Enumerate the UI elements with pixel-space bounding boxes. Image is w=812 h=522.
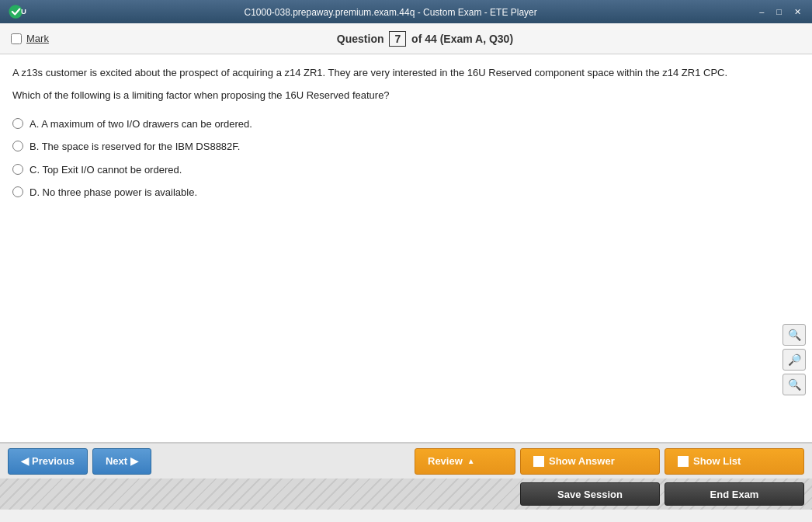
options-container: A. A maximum of two I/O drawers can be o…: [12, 117, 800, 200]
show-list-icon: [678, 456, 689, 467]
maximize-button[interactable]: □: [772, 5, 786, 18]
header-bar: Mark Question 7 of 44 (Exam A, Q30): [0, 23, 812, 54]
close-button[interactable]: ✕: [789, 5, 806, 19]
question-label: Question: [337, 33, 384, 45]
option-b[interactable]: B. The space is reserved for the IBM DS8…: [12, 139, 800, 155]
window-title: C1000-038.prepaway.premium.exam.44q - Cu…: [26, 6, 755, 18]
review-button[interactable]: Review ▲: [415, 448, 515, 475]
option-text-b: B. The space is reserved for the IBM DS8…: [29, 139, 240, 155]
search-tool-button[interactable]: 🔍: [783, 324, 806, 346]
next-arrow-icon: ▶: [130, 455, 138, 467]
radio-option-c[interactable]: [12, 164, 23, 175]
previous-button[interactable]: ◀ Previous: [8, 448, 88, 475]
show-list-label: Show List: [693, 455, 741, 467]
mark-checkbox-input[interactable]: [11, 33, 22, 44]
save-session-button[interactable]: Save Session: [520, 482, 660, 506]
window-title-text: C1000-038.prepaway.premium.exam.44q - Cu…: [244, 7, 536, 18]
titlebar-left: UMINGO: [6, 2, 26, 22]
option-c[interactable]: C. Top Exit I/O cannot be ordered.: [12, 162, 800, 178]
question-number-box: 7: [389, 31, 406, 47]
show-list-button[interactable]: Show List: [665, 448, 804, 475]
next-button[interactable]: Next ▶: [92, 448, 151, 475]
previous-arrow-icon: ◀: [21, 455, 29, 467]
bottom-nav: ◀ Previous Next ▶ Review ▲ Show Answer S…: [0, 443, 812, 478]
option-d[interactable]: D. No three phase power is available.: [12, 185, 800, 200]
radio-option-a[interactable]: [12, 118, 23, 129]
show-answer-label: Show Answer: [549, 455, 615, 467]
mark-label: Mark: [26, 33, 49, 44]
review-arrow-icon: ▲: [467, 457, 475, 465]
zoom-in-button[interactable]: 🔎: [783, 349, 806, 371]
show-answer-icon: [533, 456, 544, 467]
option-text-d: D. No three phase power is available.: [29, 185, 197, 200]
side-tools: 🔍 🔎 🔍: [783, 324, 806, 395]
svg-text:UMINGO: UMINGO: [21, 7, 26, 16]
question-of-info: of 44 (Exam A, Q30): [411, 33, 513, 45]
question-text-1: A z13s customer is excited about the pro…: [12, 65, 800, 82]
bottom-action-bar: Save Session End Exam: [0, 478, 812, 510]
main-content: A z13s customer is excited about the pro…: [0, 54, 812, 443]
zoom-out-button[interactable]: 🔍: [783, 374, 806, 395]
review-label: Review: [428, 455, 463, 467]
svg-point-0: [9, 5, 22, 18]
radio-option-b[interactable]: [12, 141, 23, 151]
save-session-label: Save Session: [557, 489, 623, 500]
option-a[interactable]: A. A maximum of two I/O drawers can be o…: [12, 117, 800, 132]
option-text-c: C. Top Exit I/O cannot be ordered.: [29, 162, 182, 178]
end-exam-label: End Exam: [710, 489, 759, 500]
question-text-2: Which of the following is a limiting fac…: [12, 88, 800, 104]
option-text-a: A. A maximum of two I/O drawers can be o…: [29, 117, 252, 132]
end-exam-button[interactable]: End Exam: [665, 482, 804, 506]
mark-checkbox-label[interactable]: Mark: [11, 33, 49, 44]
next-label: Next: [106, 455, 127, 467]
titlebar-controls: – □ ✕: [755, 5, 806, 19]
app-logo: UMINGO: [6, 2, 26, 22]
show-answer-button[interactable]: Show Answer: [520, 448, 660, 475]
radio-option-d[interactable]: [12, 186, 23, 197]
titlebar: UMINGO C1000-038.prepaway.premium.exam.4…: [0, 0, 812, 23]
question-info: Question 7 of 44 (Exam A, Q30): [49, 31, 801, 47]
previous-label: Previous: [32, 455, 75, 467]
minimize-button[interactable]: –: [755, 5, 769, 18]
